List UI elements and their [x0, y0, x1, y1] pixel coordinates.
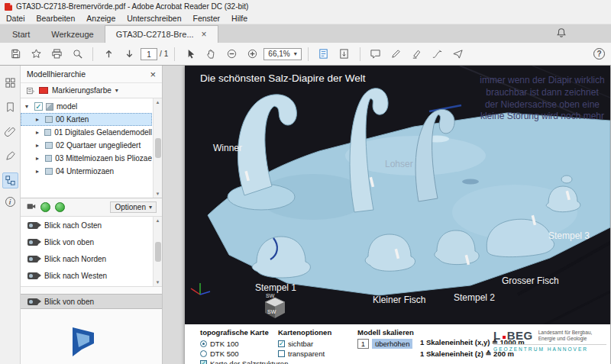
comment-icon[interactable]	[367, 46, 385, 63]
view-item-norden[interactable]: Blick nach Norden	[21, 250, 152, 267]
visible-option[interactable]: ✓ sichtbar	[278, 339, 331, 348]
save-icon[interactable]	[6, 46, 24, 63]
view-item-westen[interactable]: Blick nach Westen	[21, 267, 152, 284]
transparent-option[interactable]: transparent	[278, 349, 331, 358]
print-icon[interactable]	[47, 46, 66, 63]
next-view-button[interactable]	[55, 202, 65, 212]
tree-item-quartaer[interactable]: ▸ 02 Quartaer ungegliedert	[21, 139, 152, 152]
bookmarks-icon[interactable]	[2, 99, 18, 115]
zoom-in-icon[interactable]	[243, 46, 261, 63]
menu-bearbeiten[interactable]: Bearbeiten	[37, 14, 76, 23]
model-node-icon	[46, 103, 53, 111]
scroll-up-icon[interactable]: ▲	[156, 218, 160, 223]
model-checkbox[interactable]: ✓	[34, 102, 43, 111]
tab-close-icon[interactable]: ×	[202, 31, 207, 38]
next-page-icon[interactable]	[120, 46, 138, 63]
tree-item-mittelmiozaen[interactable]: ▸ 03 Mittelmiozaen bis Pliozae	[21, 152, 152, 165]
model-tree-icon[interactable]	[2, 172, 18, 188]
expand-icon[interactable]: ▸	[36, 116, 42, 123]
toolbar-divider	[360, 47, 360, 61]
previous-page-icon[interactable]	[99, 46, 118, 63]
panel-close-icon[interactable]: ×	[150, 69, 156, 80]
expand-icon[interactable]: ▸	[36, 168, 42, 175]
view-item-osten[interactable]: Blick nach Osten	[21, 217, 152, 234]
page-separator: /	[160, 50, 162, 58]
view-item-label: Blick nach Norden	[44, 255, 106, 263]
salt-map-option[interactable]: ✓ Karte der Salzstrukturen	[200, 359, 288, 364]
page-view-icon[interactable]	[315, 46, 333, 63]
marking-color-row[interactable]: Markierungsfarbe ▾	[21, 82, 162, 98]
visible-checkbox[interactable]: ✓	[278, 340, 285, 347]
lbeg-brand-beg: BEG	[507, 329, 533, 342]
select-tool-icon[interactable]	[181, 46, 199, 63]
menu-datei[interactable]: Datei	[6, 14, 25, 23]
highlighter-icon[interactable]	[408, 46, 426, 63]
signatures-icon[interactable]	[2, 148, 18, 164]
menu-hilfe[interactable]: Hilfe	[231, 14, 247, 23]
tree-scrollbar[interactable]: ▲ ▼	[153, 98, 162, 198]
view-item-oben[interactable]: Blick von oben	[21, 234, 152, 250]
dtk500-radio[interactable]	[200, 350, 207, 357]
tab-werkzeuge[interactable]: Werkzeuge	[40, 25, 104, 43]
hand-tool-icon[interactable]	[202, 46, 220, 63]
chevron-down-icon: ▾	[294, 50, 297, 57]
menu-anzeige[interactable]: Anzeige	[86, 14, 115, 23]
tree-item-gelaendemodell[interactable]: ▸ 01 Digitales Gelaendemodell	[21, 126, 152, 139]
exaggerate-button[interactable]: überhöhen	[372, 339, 412, 349]
scrollbar-thumb[interactable]	[155, 138, 161, 158]
model-hierarchy-panel: Modellhierarchie × Markierungsfarbe ▾ ▾ …	[21, 66, 163, 364]
notifications-bell-icon[interactable]	[556, 27, 567, 40]
tab-document[interactable]: GTA3D-C2718-Bre... ×	[105, 25, 218, 43]
tree-item-karten[interactable]: ▸ 00 Karten	[21, 113, 152, 126]
pencil-icon[interactable]	[387, 46, 406, 63]
options-button[interactable]: Optionen ▾	[110, 201, 157, 213]
acrobat-window: GTA3D-C2718-Bremervörde.pdf - Adobe Acro…	[0, 0, 611, 364]
tab-document-label: GTA3D-C2718-Bre...	[116, 30, 194, 39]
zoom-out-icon[interactable]	[222, 46, 241, 63]
label-stempel-3: Stempel 3	[548, 230, 590, 241]
play-animation-button[interactable]	[40, 202, 50, 212]
signature-icon[interactable]	[428, 46, 447, 63]
expand-icon[interactable]: ▸	[36, 129, 41, 136]
zoom-level-dropdown[interactable]: 66,1% ▾	[263, 48, 301, 60]
tree-item-untermiozaen[interactable]: ▸ 04 Untermiozaen	[21, 165, 152, 178]
star-icon[interactable]	[27, 46, 45, 63]
map-options-group: Kartenoptionen ✓ sichtbar transparent	[278, 328, 331, 359]
info-icon[interactable]: i	[5, 197, 15, 207]
scroll-down-icon[interactable]: ▼	[156, 280, 160, 285]
attachments-icon[interactable]	[2, 124, 18, 140]
dtk500-option[interactable]: DTK 500	[200, 349, 288, 358]
salt-map-checkbox[interactable]: ✓	[200, 360, 207, 364]
scene-title: Die schönsten Salz-Diapire der Welt	[200, 72, 366, 84]
page-number-input[interactable]: 1	[141, 48, 157, 60]
scroll-view-icon[interactable]	[335, 46, 354, 63]
lbeg-description: Landesamt für Bergbau, Energie und Geolo…	[538, 330, 593, 342]
scroll-down-icon[interactable]: ▼	[156, 192, 160, 196]
menu-unterschreiben[interactable]: Unterschreiben	[127, 14, 181, 23]
tree-item-model[interactable]: ▾ ✓ model	[21, 100, 152, 113]
help-icon[interactable]: ?	[593, 48, 605, 60]
search-icon[interactable]	[68, 46, 86, 63]
expand-icon[interactable]: ▸	[36, 142, 42, 149]
dtk100-option[interactable]: DTK 100	[200, 339, 288, 348]
scroll-up-icon[interactable]: ▲	[156, 100, 160, 105]
tab-start[interactable]: Start	[2, 25, 40, 43]
menu-fenster[interactable]: Fenster	[192, 14, 220, 23]
transparent-checkbox[interactable]	[278, 350, 285, 357]
3d-viewport[interactable]: SW SW Die schönsten Salz-Diapire der Wel…	[185, 66, 610, 324]
page-thumbnails-icon[interactable]	[2, 75, 18, 91]
zoom-level-value: 66,1%	[268, 50, 289, 58]
views-scrollbar[interactable]: ▲ ▼	[153, 217, 162, 286]
scale-title: Modell skalieren	[357, 328, 414, 337]
scrollbar-thumb[interactable]	[155, 242, 161, 262]
camera-icon	[27, 239, 38, 246]
lbeg-logo: L BEG Landesamt für Bergbau, Energie und…	[493, 329, 606, 352]
scale-value-input[interactable]: 1	[357, 339, 369, 349]
dtk100-radio[interactable]	[200, 340, 207, 347]
collapse-icon[interactable]: ▾	[25, 103, 31, 110]
label-kleiner-fisch: Kleiner Fisch	[373, 295, 425, 305]
expand-icon[interactable]: ▸	[36, 155, 42, 162]
views-list: Blick nach Osten Blick von oben Blick na…	[21, 217, 162, 287]
active-view-row[interactable]: Blick von oben	[21, 294, 162, 309]
share-icon[interactable]	[449, 46, 467, 63]
